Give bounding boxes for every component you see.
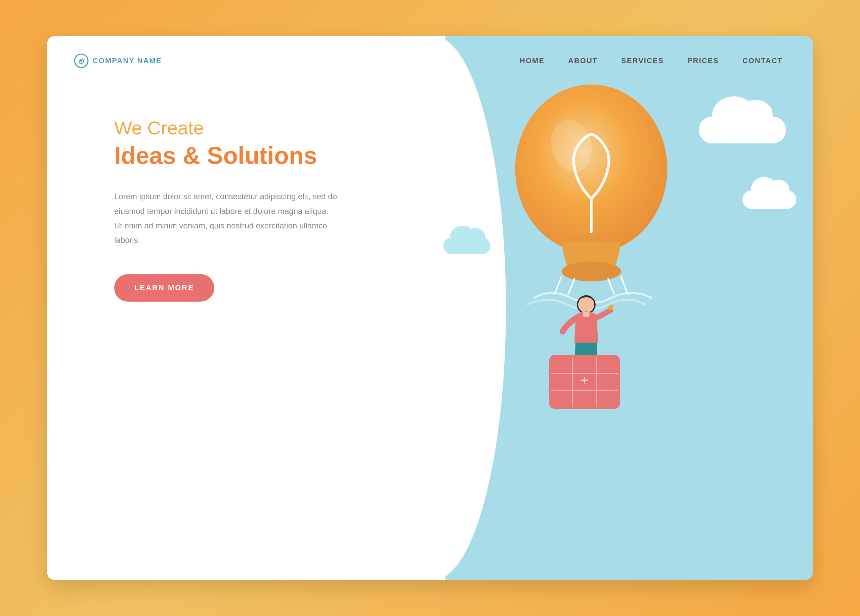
svg-point-1 [80,60,82,62]
header: COMPANY NAME HOME ABOUT SERVICES PRICES … [47,36,813,68]
nav-contact[interactable]: CONTACT [742,56,783,65]
learn-more-button[interactable]: LEARN MORE [114,274,214,302]
svg-point-11 [578,296,594,313]
balloon-basket [549,355,620,409]
nav-menu: HOME ABOUT SERVICES PRICES CONTACT [520,56,783,65]
hero-illustration [464,63,793,533]
company-name-label: COMPANY NAME [93,56,162,65]
tagline-sub: We Create [114,116,343,139]
page-card: COMPANY NAME HOME ABOUT SERVICES PRICES … [47,36,813,580]
svg-rect-16 [583,312,590,317]
svg-point-3 [561,262,621,282]
nav-services[interactable]: SERVICES [621,56,664,65]
nav-home[interactable]: HOME [520,56,545,65]
balloon-container [497,80,685,483]
logo-icon [74,53,89,68]
cloud-small-right [742,190,796,209]
hero-description: Lorem ipsum dolor sit amet, consectetur … [114,189,343,247]
tagline-main: Ideas & Solutions [114,143,343,169]
balloon-envelope [504,80,679,295]
logo-area: COMPANY NAME [74,53,162,68]
nav-prices[interactable]: PRICES [687,56,719,65]
cloud-small-left [443,237,490,254]
hero-content: We Create Ideas & Solutions Lorem ipsum … [114,116,343,302]
cloud-large [699,116,786,143]
nav-about[interactable]: ABOUT [568,56,598,65]
